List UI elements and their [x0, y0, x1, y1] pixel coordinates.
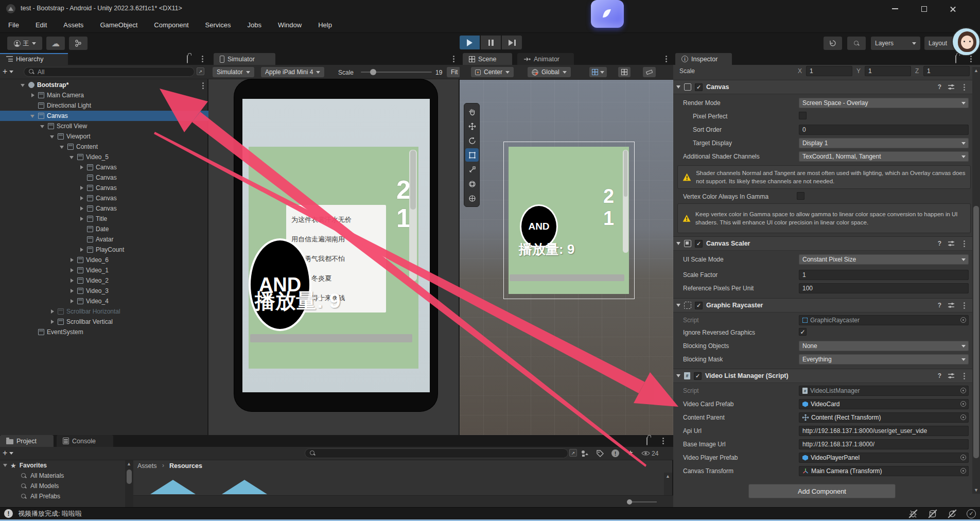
enabled-checkbox[interactable]: ✓ — [695, 302, 703, 309]
canvas-transform-field[interactable]: Main Camera (Transform) — [799, 466, 969, 476]
foldout-icon[interactable] — [676, 374, 680, 377]
reference-ppu-field[interactable]: 100 — [799, 283, 969, 293]
presets-icon[interactable] — [948, 373, 955, 379]
hierarchy-item[interactable]: Title — [0, 214, 208, 224]
menu-item[interactable]: Services — [197, 18, 239, 33]
expand-arrow-icon[interactable] — [68, 277, 76, 285]
lock-icon[interactable] — [955, 55, 956, 63]
tab-animator[interactable]: Animator — [517, 53, 574, 65]
status-message[interactable]: 视频播放完成: 啦啦啦 — [18, 509, 82, 518]
search-button[interactable] — [847, 37, 866, 50]
card-scrollbar[interactable] — [623, 150, 628, 253]
expand-arrow-icon[interactable] — [29, 328, 37, 336]
transform-tool-button[interactable] — [465, 177, 479, 190]
panel-menu-icon[interactable] — [660, 438, 666, 444]
hierarchy-item[interactable]: PlayCount — [0, 245, 208, 255]
expand-arrow-icon[interactable] — [29, 102, 37, 110]
floating-assistant-icon[interactable] — [591, 0, 624, 28]
thumbnail-size-slider[interactable] — [627, 501, 657, 502]
expand-arrow-icon[interactable] — [78, 164, 86, 171]
expand-arrow-icon[interactable] — [29, 92, 37, 99]
panel-menu-icon[interactable] — [450, 56, 457, 62]
menu-item[interactable]: Jobs — [239, 18, 269, 33]
menu-item[interactable]: Assets — [55, 18, 92, 33]
object-picker-icon[interactable] — [960, 317, 966, 323]
foldout-icon[interactable] — [676, 242, 680, 245]
vertex-color-checkbox[interactable] — [797, 192, 804, 200]
help-icon[interactable]: ? — [938, 302, 941, 309]
blocking-objects-dropdown[interactable]: None — [799, 341, 969, 351]
menu-item[interactable]: Window — [270, 18, 310, 33]
pixel-perfect-checkbox[interactable] — [799, 112, 807, 119]
expand-arrow-icon[interactable] — [68, 153, 76, 161]
scrollbar-thumb[interactable] — [973, 206, 979, 458]
search-by-label-icon[interactable] — [596, 449, 604, 458]
scale-x-field[interactable]: 1 — [806, 66, 852, 76]
pivot-dropdown[interactable]: Center — [471, 67, 514, 77]
graphic-raycaster-header[interactable]: ✓ Graphic Raycaster ? — [673, 298, 972, 312]
scroll-down-icon[interactable]: ▼ — [972, 488, 980, 493]
hierarchy-item[interactable]: Video_4 — [0, 296, 208, 306]
expand-arrow-icon[interactable] — [29, 112, 37, 120]
menu-item[interactable]: GameObject — [92, 18, 146, 33]
open-in-window-icon[interactable]: ↗ — [197, 67, 204, 75]
menu-item[interactable]: Edit — [27, 18, 55, 33]
target-display-dropdown[interactable]: Display 1 — [799, 138, 969, 148]
hidden-packages-eye-icon[interactable] — [641, 450, 650, 457]
menu-item[interactable]: Component — [146, 18, 197, 33]
hierarchy-item[interactable]: Video_3 — [0, 286, 208, 296]
favorites-filter-icon[interactable]: ★ — [627, 449, 634, 457]
api-url-field[interactable]: http://192.168.137.1:8000/user/get_user_… — [799, 426, 969, 436]
script-object-field[interactable]: # VideoListManager — [799, 386, 969, 396]
menu-item[interactable]: File — [0, 18, 27, 33]
panel-menu-icon[interactable] — [968, 56, 974, 62]
expand-arrow-icon[interactable] — [68, 256, 76, 264]
hierarchy-item[interactable]: Avatar — [0, 234, 208, 245]
component-menu-icon[interactable] — [961, 84, 967, 91]
render-mode-dropdown[interactable]: Screen Space - Overlay — [799, 98, 969, 108]
scene-viewport[interactable]: 2 1 AND 播放量: 9 — [460, 80, 673, 435]
hierarchy-item[interactable]: Bootstrap* — [0, 80, 208, 90]
tab-console[interactable]: Console — [57, 435, 113, 447]
foldout-icon[interactable] — [676, 304, 680, 307]
expand-arrow-icon[interactable] — [78, 246, 86, 254]
expand-arrow-icon[interactable] — [78, 174, 86, 182]
expand-arrow-icon[interactable] — [59, 143, 66, 151]
hierarchy-item[interactable]: Content — [0, 142, 208, 152]
view-tool-button[interactable] — [465, 105, 479, 118]
favorites-item[interactable]: All Models — [0, 481, 125, 491]
hierarchy-item[interactable]: Video_2 — [0, 275, 208, 286]
object-picker-icon[interactable] — [960, 401, 966, 407]
help-icon[interactable]: ? — [938, 240, 941, 247]
expand-arrow-icon[interactable] — [78, 215, 86, 223]
snap-increment-toggle[interactable] — [618, 67, 631, 77]
custom-tool-button[interactable] — [465, 192, 479, 205]
step-button[interactable] — [502, 36, 522, 49]
minimize-button[interactable] — [883, 0, 907, 18]
expand-arrow-icon[interactable] — [78, 195, 86, 202]
enabled-checkbox[interactable]: ✓ — [695, 83, 703, 91]
presets-icon[interactable] — [948, 84, 955, 90]
user-avatar[interactable] — [952, 27, 980, 56]
simulator-mode-dropdown[interactable]: Simulator — [213, 67, 254, 77]
create-button[interactable]: + — [3, 67, 13, 76]
undo-history-button[interactable] — [824, 37, 842, 50]
hierarchy-item[interactable]: Video_1 — [0, 265, 208, 275]
panel-menu-icon[interactable] — [663, 56, 669, 62]
expand-arrow-icon[interactable] — [49, 318, 57, 326]
move-tool-button[interactable] — [465, 119, 479, 133]
slider-knob[interactable] — [370, 69, 376, 75]
hierarchy-item[interactable]: Date — [0, 224, 208, 234]
slider-knob[interactable] — [627, 499, 632, 505]
card-scrollbar[interactable] — [409, 150, 417, 281]
scale-factor-field[interactable]: 1 — [799, 270, 969, 280]
video-player-prefab-field[interactable]: VideoPlayerPanel — [799, 453, 969, 463]
enabled-checkbox[interactable]: ✓ — [694, 372, 702, 380]
scale-tool-button[interactable] — [465, 163, 479, 176]
component-menu-icon[interactable] — [961, 373, 967, 379]
presets-icon[interactable] — [948, 302, 955, 308]
presets-icon[interactable] — [948, 240, 955, 247]
hierarchy-item[interactable]: Main Camera — [0, 90, 208, 100]
layers-dropdown[interactable]: Layers — [871, 37, 920, 50]
scene-options-icon[interactable] — [200, 82, 206, 89]
